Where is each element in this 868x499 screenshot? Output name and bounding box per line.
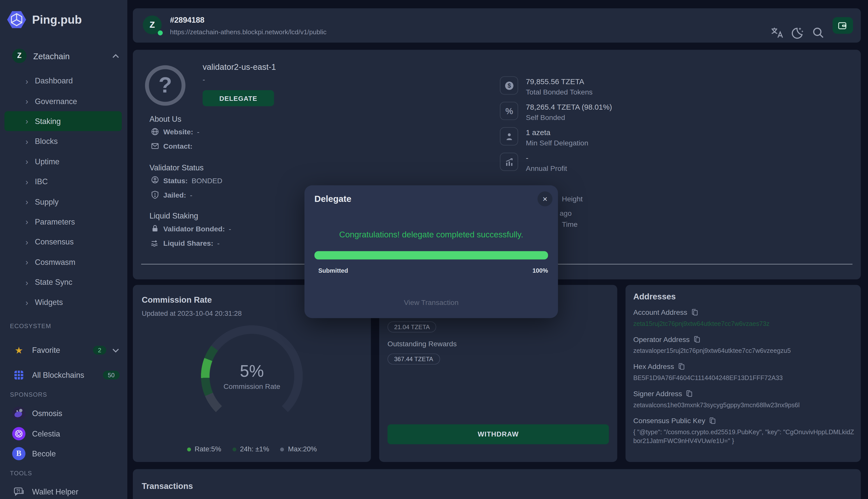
success-message: Congratulations! delegate completed succ… <box>305 230 558 239</box>
person-badge-icon <box>151 176 159 185</box>
globe-icon <box>151 127 159 136</box>
delegate-button[interactable]: DELEGATE <box>202 90 274 106</box>
brand[interactable]: Ping.pub <box>7 8 82 31</box>
sidebar-item-supply[interactable]: ›Supply <box>0 192 127 212</box>
lock-icon <box>151 224 159 233</box>
brand-name: Ping.pub <box>32 13 82 26</box>
svg-text:%: % <box>505 106 513 115</box>
sidebar-item-state-sync[interactable]: ›State Sync <box>0 272 127 292</box>
validator-status-title: Validator Status <box>150 163 204 172</box>
chevron-right-icon: › <box>25 197 28 206</box>
person-icon <box>500 127 518 145</box>
chevron-right-icon: › <box>25 177 28 186</box>
svg-text:?!: ?! <box>16 488 21 494</box>
close-icon[interactable]: × <box>537 192 552 206</box>
chevron-right-icon: › <box>25 297 28 307</box>
modal-title: Delegate <box>314 194 351 204</box>
section-tools: TOOLS <box>10 470 32 476</box>
translate-icon[interactable] <box>771 26 785 41</box>
account-address-value[interactable]: zeta15ruj2tc76pnj9xtw64utktee7cc7w6vzaes… <box>633 319 855 328</box>
chevron-right-icon: › <box>25 96 28 106</box>
outstanding-rewards-label: Outstanding Rewards <box>388 340 457 348</box>
percent-icon: % <box>500 102 518 120</box>
sidebar-chain-selector[interactable]: Z Zetachain <box>0 46 127 65</box>
consensus-pubkey-value: { "@type": "/cosmos.crypto.ed25519.PubKe… <box>633 428 855 446</box>
envelope-icon <box>151 142 159 150</box>
favorite-count-badge: 2 <box>93 346 106 355</box>
waves-icon <box>151 239 159 247</box>
shield-alert-icon <box>151 190 159 199</box>
outstanding-amount-pill: 367.44 TZETA <box>388 354 440 365</box>
search-icon[interactable] <box>812 26 827 41</box>
gauge-center: 5% Commission Rate <box>201 325 303 427</box>
sidebar-item-dashboard[interactable]: ›Dashboard <box>0 71 127 91</box>
wallet-icon <box>838 22 847 30</box>
legend-rate: Rate:5% <box>187 445 221 453</box>
sidebar-item-becole[interactable]: B Becole <box>0 443 127 463</box>
sidebar-item-wallet-helper[interactable]: ?! Wallet Helper <box>0 482 127 499</box>
wallet-button[interactable] <box>832 17 853 34</box>
zetachain-icon: Z <box>12 49 26 63</box>
copy-icon[interactable] <box>686 390 692 398</box>
chevron-right-icon: › <box>25 157 28 166</box>
chevron-right-icon: › <box>25 76 28 85</box>
unbonding-time-label-fragment: Time <box>562 220 578 229</box>
unbonding-time-value-fragment: ago <box>560 209 572 218</box>
sidebar-item-ibc[interactable]: ›IBC <box>0 171 127 192</box>
sidebar-item-all-blockchains[interactable]: All Blockchains 50 <box>0 365 127 385</box>
progress-step-label: Submitted <box>318 267 348 274</box>
liquid-staking-title: Liquid Staking <box>150 211 198 220</box>
becole-icon: B <box>12 447 25 460</box>
sidebar-item-widgets[interactable]: ›Widgets <box>0 292 127 313</box>
section-sponsors: SPONSORS <box>10 391 47 398</box>
sidebar-item-staking[interactable]: ›Staking <box>4 111 122 131</box>
operator-address-value: zetavaloper15ruj2tc76pnj9xtw64utktee7cc7… <box>633 346 855 355</box>
star-icon: ★ <box>12 343 25 357</box>
section-ecosystem: ECOSYSTEM <box>10 322 51 329</box>
help-bubble-icon: ?! <box>12 485 25 499</box>
account-address-label: Account Address <box>633 308 853 317</box>
pingpub-logo-icon <box>7 8 26 31</box>
sidebar-item-favorite[interactable]: ★ Favorite 2 <box>0 340 127 360</box>
stat-total-bonded: $ 79,855.56 TZETATotal Bonded Tokens <box>500 76 593 97</box>
svg-text:$: $ <box>507 82 511 89</box>
osmosis-icon <box>12 406 25 420</box>
sidebar-item-celestia[interactable]: Celestia <box>0 424 127 443</box>
unbonding-height-label-fragment: Height <box>562 195 583 203</box>
sidebar-item-governance[interactable]: ›Governance <box>0 91 127 111</box>
copy-icon[interactable] <box>709 417 716 425</box>
commission-updated: Updated at 2023-10-04 20:31:28 <box>142 310 242 318</box>
sidebar-item-consensus[interactable]: ›Consensus <box>0 232 127 252</box>
sidebar-item-parameters[interactable]: ›Parameters <box>0 212 127 232</box>
copy-icon[interactable] <box>678 363 685 370</box>
delegate-modal: Delegate × Congratulations! delegate com… <box>305 185 558 318</box>
chain-status-icon: Z <box>143 15 162 34</box>
addresses-card: Addresses Account Address zeta15ruj2tc76… <box>626 285 861 462</box>
contact-row: Contact: <box>151 142 197 150</box>
chart-icon <box>500 153 518 171</box>
sidebar-item-uptime[interactable]: ›Uptime <box>0 151 127 171</box>
copy-icon[interactable] <box>691 309 698 316</box>
signer-address-value: zetavalcons1he03mxnk73sycyg5gppy3mcn68ll… <box>633 401 855 410</box>
dark-mode-icon[interactable] <box>791 26 806 41</box>
celestia-icon <box>12 427 25 440</box>
withdraw-button[interactable]: WITHDRAW <box>388 424 609 444</box>
addresses-title: Addresses <box>633 292 853 301</box>
sidebar-item-cosmwasm[interactable]: ›Cosmwasm <box>0 252 127 272</box>
legend-max-dot <box>280 447 284 451</box>
sidebar-item-osmosis[interactable]: Osmosis <box>0 403 127 423</box>
endpoint-url: https://zetachain-athens.blockpi.network… <box>170 28 326 36</box>
progress-bar <box>314 251 548 259</box>
chevron-right-icon: › <box>25 117 28 126</box>
view-transaction-link[interactable]: View Transaction <box>305 298 558 306</box>
stat-annual-profit: -Annual Profit <box>500 153 567 174</box>
jailed-row: Jailed: - <box>151 190 192 199</box>
chevron-right-icon: › <box>25 257 28 267</box>
legend-24h: 24h: ±1% <box>232 445 269 453</box>
commission-amount-pill: 21.04 TZETA <box>388 321 437 332</box>
grid-icon <box>12 368 25 382</box>
copy-icon[interactable] <box>693 336 700 343</box>
block-height: #2894188 <box>170 15 204 24</box>
sidebar-item-blocks[interactable]: ›Blocks <box>0 131 127 151</box>
chevron-up-icon <box>112 52 120 60</box>
